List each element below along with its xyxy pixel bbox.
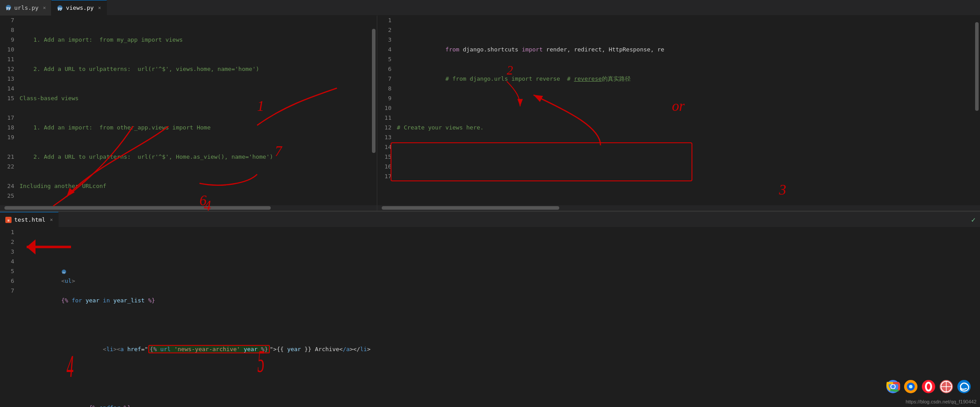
code-line-r2: # from django.urls import reverse # reve… bbox=[397, 64, 974, 74]
chrome-icon bbox=[886, 380, 900, 394]
code-line-r1: from django.shortcuts import render, red… bbox=[397, 35, 974, 45]
tab-urls-py[interactable]: py urls.py ✕ bbox=[0, 0, 51, 16]
scrollbar-thumb-right[interactable] bbox=[975, 22, 979, 111]
code-line-r4: # Create your views here. bbox=[397, 123, 974, 133]
sync-icon: ✓ bbox=[971, 215, 976, 224]
code-line-8: 2. Add a URL to urlpatterns: url(r'^$', … bbox=[20, 64, 371, 74]
bottom-editor: H test.html ✕ ✓ 1 2 3 4 5 6 7 bbox=[0, 211, 980, 407]
html-icon: H bbox=[5, 217, 12, 223]
opera-icon bbox=[921, 380, 936, 394]
code-line-b6: {% endfor %} bbox=[20, 393, 980, 403]
code-line-10: 1. Add an import: from other_app.views i… bbox=[20, 123, 371, 133]
svg-point-26 bbox=[909, 385, 913, 388]
h-scrollbar-thumb-right[interactable] bbox=[382, 206, 559, 210]
url-footer: https://blog.csdn.net/qq_f190442 bbox=[905, 399, 976, 404]
h-scrollbar-thumb-left[interactable] bbox=[4, 206, 271, 210]
code-line-11: 2. Add a URL to urlpatterns: url(r'^$', … bbox=[20, 152, 371, 162]
code-content-bottom[interactable]: py <ul> {% for year in year_list %} <li>… bbox=[18, 227, 980, 407]
code-line-b1: py <ul> bbox=[20, 247, 980, 257]
scrollbar-right[interactable] bbox=[974, 16, 980, 205]
python-small-icon: py bbox=[61, 269, 67, 274]
firefox-icon bbox=[904, 380, 918, 394]
code-line-b4: <li><a href="{% url 'news-year-archive' … bbox=[20, 335, 980, 344]
h-scrollbar-left[interactable] bbox=[0, 205, 377, 211]
line-numbers-bottom: 1 2 3 4 5 6 7 bbox=[0, 227, 18, 407]
code-line-12: Including another URLconf bbox=[20, 181, 371, 191]
svg-text:py: py bbox=[63, 271, 65, 274]
bottom-tab-bar: H test.html ✕ ✓ bbox=[0, 212, 980, 227]
code-line-r5 bbox=[397, 152, 974, 162]
code-line-b2: {% for year in year_list %} bbox=[20, 276, 980, 286]
code-line-9: Class-based views bbox=[20, 94, 371, 103]
svg-text:py: py bbox=[58, 7, 63, 11]
browser-icons bbox=[886, 380, 971, 394]
tab-urls-py-label: urls.py bbox=[14, 4, 39, 11]
tab-test-html-label: test.html bbox=[14, 216, 45, 223]
code-content-left[interactable]: 1. Add an import: from my_app import vie… bbox=[18, 16, 371, 205]
code-content-right[interactable]: from django.shortcuts import render, red… bbox=[395, 16, 974, 205]
line-numbers-right: 1 2 3 4 5 6 7 8 9 10 11 12 13 14 bbox=[377, 16, 395, 205]
tab-views-py-label: views.py bbox=[66, 4, 94, 11]
python-icon: py bbox=[5, 4, 12, 11]
python-icon-2: py bbox=[57, 5, 63, 11]
scrollbar-thumb-left[interactable] bbox=[372, 29, 375, 153]
svg-point-23 bbox=[891, 385, 895, 388]
edge-icon bbox=[957, 380, 971, 394]
code-line-b5 bbox=[20, 364, 980, 374]
tab-views-py[interactable]: py views.py ✕ bbox=[51, 0, 107, 16]
tab-test-html-close[interactable]: ✕ bbox=[50, 217, 53, 223]
safari-icon bbox=[939, 380, 953, 394]
editor-views-py: 1 2 3 4 5 6 7 8 9 10 11 12 13 14 bbox=[377, 16, 980, 211]
scrollbar-left[interactable] bbox=[371, 16, 377, 205]
editor-urls-py: 7 8 9 10 11 12 13 14 15 17 18 19 bbox=[0, 16, 377, 211]
code-line-r3 bbox=[397, 94, 974, 103]
svg-text:py: py bbox=[6, 6, 11, 10]
code-line-r6 bbox=[397, 181, 974, 191]
svg-text:H: H bbox=[8, 219, 9, 223]
line-numbers-left: 7 8 9 10 11 12 13 14 15 17 18 19 bbox=[0, 16, 18, 205]
tab-test-html[interactable]: H test.html ✕ bbox=[0, 212, 59, 227]
top-tab-bar: py urls.py ✕ py views.py ✕ bbox=[0, 0, 980, 16]
h-scrollbar-right[interactable] bbox=[377, 205, 980, 211]
code-line-b3 bbox=[20, 305, 980, 315]
tab-views-py-close[interactable]: ✕ bbox=[98, 5, 101, 11]
bottom-code-area: 1 2 3 4 5 6 7 py <ul> bbox=[0, 227, 980, 407]
tab-urls-py-close[interactable]: ✕ bbox=[43, 5, 46, 11]
code-line-7: 1. Add an import: from my_app import vie… bbox=[20, 35, 371, 45]
